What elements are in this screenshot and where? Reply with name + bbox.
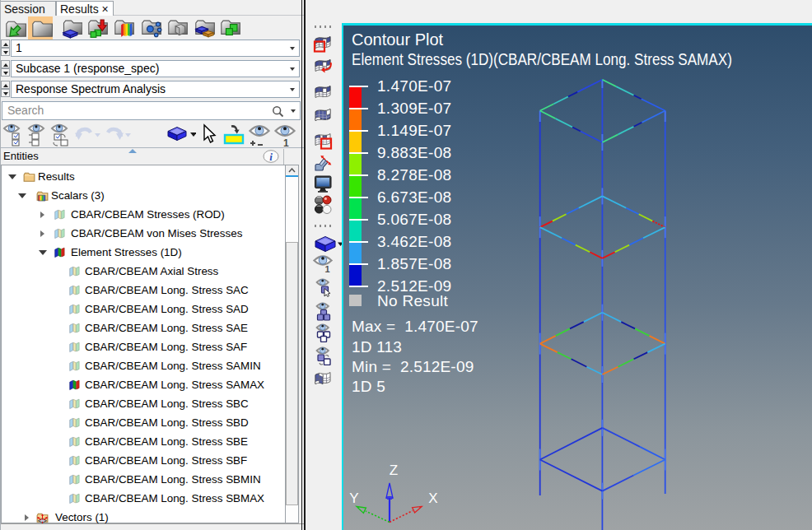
svg-text:X: X — [428, 490, 437, 506]
svg-text:Y: Y — [349, 490, 358, 506]
svg-text:1: 1 — [283, 137, 289, 146]
svg-text:Z: Z — [390, 463, 398, 478]
svg-text:1: 1 — [325, 264, 330, 273]
svg-text:i: i — [269, 151, 273, 163]
